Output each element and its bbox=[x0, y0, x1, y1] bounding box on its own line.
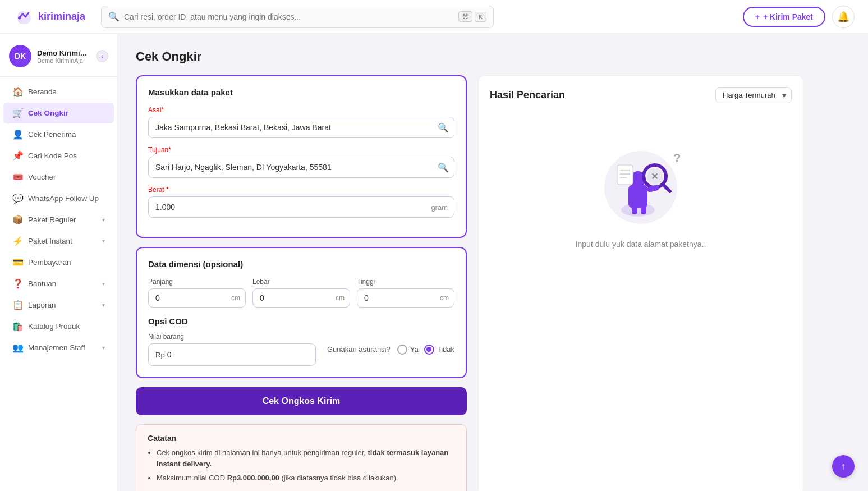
nilai-barang-group: Nilai barang Rp bbox=[148, 333, 316, 366]
rp-prefix: Rp bbox=[155, 351, 165, 359]
lebar-label: Lebar bbox=[252, 278, 350, 286]
package-card-title: Masukkan data paket bbox=[148, 88, 454, 97]
catatan-title: Catatan bbox=[148, 434, 455, 443]
sort-select[interactable]: Harga Termurah Harga Termahal Tercepat bbox=[715, 87, 792, 103]
paket-reguler-icon: 📦 bbox=[12, 214, 22, 225]
catatan-item-1: Cek ongkos kirim di halaman ini hanya un… bbox=[157, 447, 455, 469]
sidebar-item-label: Manajemen Staff bbox=[28, 343, 97, 352]
nilai-barang-input-wrap: Rp bbox=[148, 343, 316, 366]
sidebar-item-label: Voucher bbox=[28, 173, 105, 181]
sidebar-item-label: Laporan bbox=[28, 301, 97, 309]
dimension-card: Data dimensi (opsional) Panjang cm Leb bbox=[136, 247, 467, 378]
sidebar-item-label: WhatsApp Follow Up bbox=[28, 194, 105, 203]
whatsapp-icon: 💬 bbox=[12, 193, 22, 204]
sort-wrap: Harga Termurah Harga Termahal Tercepat bbox=[715, 87, 792, 103]
asuransi-group: Gunakan asuransi? Ya Tidak bbox=[327, 345, 454, 355]
kbd-cmd: ⌘ bbox=[458, 11, 472, 22]
svg-rect-9 bbox=[617, 165, 633, 185]
scroll-up-button[interactable]: ↑ bbox=[832, 455, 855, 478]
radio-ya[interactable]: Ya bbox=[397, 345, 419, 355]
sidebar-item-paket-reguler[interactable]: 📦 Paket Reguler ▾ bbox=[3, 209, 114, 230]
main-content: Cek Ongkir Masukkan data paket Asal* bbox=[118, 34, 868, 491]
sidebar-item-beranda[interactable]: 🏠 Beranda bbox=[3, 81, 114, 102]
tinggi-group: Tinggi cm bbox=[357, 278, 454, 308]
tinggi-label: Tinggi bbox=[357, 278, 454, 286]
chevron-down-icon: ▾ bbox=[102, 217, 105, 223]
search-tujuan-icon: 🔍 bbox=[438, 162, 449, 173]
dimension-row: Panjang cm Lebar cm bbox=[148, 278, 454, 308]
asal-input[interactable] bbox=[148, 117, 454, 138]
search-kbd: ⌘ K bbox=[458, 11, 486, 22]
kirim-paket-button[interactable]: + + Kirim Paket bbox=[743, 7, 825, 27]
sidebar-item-label: Katalog Produk bbox=[28, 322, 105, 331]
catatan-list: Cek ongkos kirim di halaman ini hanya un… bbox=[148, 447, 455, 484]
berat-input[interactable] bbox=[148, 196, 454, 218]
logo[interactable]: kiriminaja bbox=[13, 7, 92, 27]
paket-instant-icon: ⚡ bbox=[12, 236, 22, 246]
opsi-cod-section: Opsi COD Nilai barang Rp bbox=[148, 316, 454, 366]
logo-text: kiriminaja bbox=[38, 11, 85, 22]
body: DK Demo Kiriminaja Demo KiriminAja ‹ 🏠 B… bbox=[0, 34, 868, 491]
left-panel: Masukkan data paket Asal* 🔍 bbox=[136, 75, 467, 491]
svg-rect-3 bbox=[628, 185, 647, 208]
sidebar-item-whatsapp-follow-up[interactable]: 💬 WhatsApp Follow Up bbox=[3, 188, 114, 209]
sidebar-item-label: Paket Instant bbox=[28, 237, 97, 245]
kbd-k: K bbox=[475, 12, 486, 22]
katalog-icon: 🛍️ bbox=[12, 321, 22, 332]
cek-ongkos-button[interactable]: Cek Ongkos Kirim bbox=[136, 387, 467, 415]
asuransi-label: Gunakan asuransi? bbox=[327, 345, 391, 354]
cod-row: Nilai barang Rp Gunakan asuransi? bbox=[148, 333, 454, 366]
bell-icon: 🔔 bbox=[837, 11, 849, 23]
asal-group: Asal* 🔍 bbox=[148, 106, 454, 138]
user-sub: Demo KiriminAja bbox=[37, 57, 90, 64]
panjang-input-wrap: cm bbox=[148, 288, 246, 308]
sidebar-item-label: Paket Reguler bbox=[28, 215, 97, 224]
sidebar-item-paket-instant[interactable]: ⚡ Paket Instant ▾ bbox=[3, 231, 114, 251]
radio-tidak-circle bbox=[424, 345, 434, 355]
nilai-barang-input[interactable] bbox=[167, 350, 309, 359]
staff-icon: 👥 bbox=[12, 342, 22, 353]
tinggi-input-wrap: cm bbox=[357, 288, 454, 308]
lebar-group: Lebar cm bbox=[252, 278, 350, 308]
voucher-icon: 🎟️ bbox=[12, 172, 22, 182]
sidebar-item-cek-ongkir[interactable]: 🛒 Cek Ongkir bbox=[3, 103, 114, 123]
sidebar-item-label: Pembayaran bbox=[28, 258, 105, 267]
content-area: Masukkan data paket Asal* 🔍 bbox=[136, 75, 850, 491]
app-root: kiriminaja 🔍 ⌘ K + + Kirim Paket 🔔 DK bbox=[0, 0, 868, 491]
asal-label: Asal* bbox=[148, 106, 454, 114]
nilai-barang-label: Nilai barang bbox=[148, 333, 316, 341]
sidebar-item-bantuan[interactable]: ❓ Bantuan ▾ bbox=[3, 273, 114, 294]
catatan-bold-1: tidak termasuk layanan instant delivery. bbox=[157, 448, 448, 468]
result-empty-state: ✕ ? bbox=[490, 114, 792, 271]
radio-ya-label: Ya bbox=[410, 345, 419, 354]
sidebar-item-cek-penerima[interactable]: 👤 Cek Penerima bbox=[3, 124, 114, 145]
sidebar-item-katalog-produk[interactable]: 🛍️ Katalog Produk bbox=[3, 316, 114, 337]
radio-tidak[interactable]: Tidak bbox=[424, 345, 454, 355]
svg-point-0 bbox=[18, 16, 21, 19]
sidebar-item-cari-kode-pos[interactable]: 📌 Cari Kode Pos bbox=[3, 145, 114, 166]
sidebar-item-pembayaran[interactable]: 💳 Pembayaran bbox=[3, 252, 114, 273]
svg-rect-14 bbox=[632, 205, 637, 214]
sidebar-collapse-button[interactable]: ‹ bbox=[96, 50, 108, 62]
search-bar: 🔍 ⌘ K bbox=[101, 6, 494, 28]
panjang-unit: cm bbox=[231, 294, 240, 302]
notification-button[interactable]: 🔔 bbox=[832, 6, 855, 28]
lebar-input-wrap: cm bbox=[252, 288, 350, 308]
gram-unit-label: gram bbox=[431, 203, 448, 212]
package-data-card: Masukkan data paket Asal* 🔍 bbox=[136, 75, 467, 238]
panjang-label: Panjang bbox=[148, 278, 246, 286]
result-title: Hasil Pencarian bbox=[490, 89, 565, 101]
tujuan-input[interactable] bbox=[148, 157, 454, 178]
sidebar-item-voucher[interactable]: 🎟️ Voucher bbox=[3, 167, 114, 187]
tujuan-group: Tujuan* 🔍 bbox=[148, 146, 454, 178]
chevron-down-icon: ▾ bbox=[102, 302, 105, 308]
catatan-bold-2: Rp3.000.000,00 bbox=[227, 474, 279, 482]
sidebar-item-label: Beranda bbox=[28, 88, 105, 96]
search-input[interactable] bbox=[124, 12, 454, 21]
topbar-actions: + + Kirim Paket 🔔 bbox=[743, 6, 855, 28]
result-empty-text: Input dulu yuk data alamat paketnya.. bbox=[576, 240, 706, 249]
berat-label: Berat * bbox=[148, 186, 454, 194]
cek-penerima-icon: 👤 bbox=[12, 129, 22, 140]
sidebar-item-laporan[interactable]: 📋 Laporan ▾ bbox=[3, 295, 114, 315]
sidebar-item-manajemen-staff[interactable]: 👥 Manajemen Staff ▾ bbox=[3, 337, 114, 358]
